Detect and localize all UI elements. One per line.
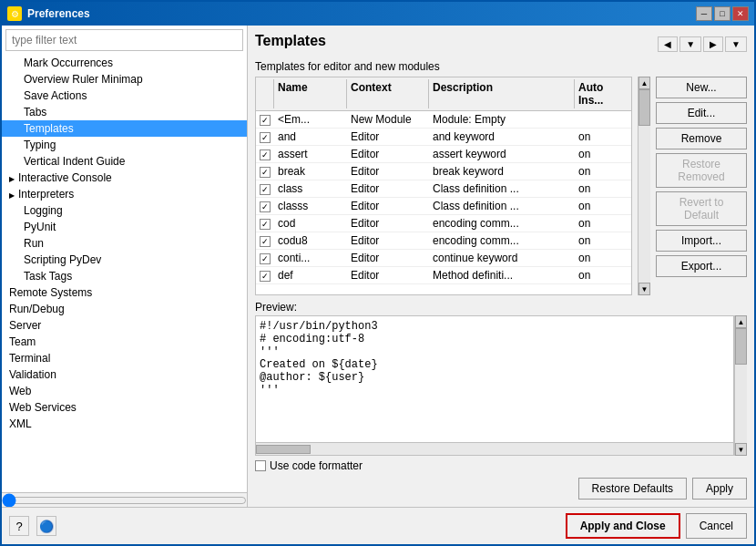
table-row[interactable]: conti... Editor continue keyword on: [256, 250, 631, 267]
table-row[interactable]: classs Editor Class definition ... on: [256, 198, 631, 215]
use-code-formatter-label: Use code formatter: [270, 459, 363, 472]
tree-item-logging[interactable]: Logging: [2, 202, 247, 219]
minimize-button[interactable]: ─: [696, 6, 712, 21]
nav-forward-button[interactable]: ▶: [703, 36, 723, 52]
edit-button[interactable]: Edit...: [656, 102, 747, 124]
scroll-track[interactable]: [639, 89, 650, 283]
tree-item-scripting-pydev[interactable]: Scripting PyDev: [2, 252, 247, 268]
apply-button[interactable]: Apply: [692, 478, 747, 500]
row-checkbox[interactable]: [260, 201, 271, 212]
close-button[interactable]: ✕: [732, 6, 749, 21]
tree-item-run-debug[interactable]: Run/Debug: [2, 301, 247, 317]
remove-button[interactable]: Remove: [656, 128, 747, 149]
tree-item-validation[interactable]: Validation: [2, 366, 247, 383]
row-checkbox[interactable]: [260, 219, 271, 230]
cancel-button[interactable]: Cancel: [686, 513, 747, 539]
apply-and-close-button[interactable]: Apply and Close: [566, 513, 680, 539]
col-header-description[interactable]: Description: [429, 79, 575, 108]
preview-label: Preview:: [255, 301, 747, 314]
table-vertical-scrollbar[interactable]: ▲ ▼: [638, 77, 650, 295]
info-button[interactable]: 🔵: [36, 516, 56, 536]
preview-content: #!/usr/bin/python3 # encoding:utf-8 ''' …: [256, 316, 733, 442]
nav-dropdown-button[interactable]: ▼: [679, 36, 701, 52]
table-row[interactable]: class Editor Class definition ... on: [256, 180, 631, 198]
nav-back-button[interactable]: ◀: [658, 36, 678, 52]
col-header-name[interactable]: Name: [274, 79, 347, 108]
row-checkbox[interactable]: [260, 167, 271, 178]
preview-horizontal-scrollbar[interactable]: [256, 442, 733, 455]
table-body[interactable]: <Em... New Module Module: Empty and Edit…: [256, 111, 631, 294]
preview-scroll-thumb-v[interactable]: [735, 328, 747, 365]
restore-defaults-button[interactable]: Restore Defaults: [578, 478, 687, 500]
preview-scroll-up[interactable]: ▲: [735, 315, 747, 328]
table-row[interactable]: break Editor break keyword on: [256, 163, 631, 180]
table-row[interactable]: assert Editor assert keyword on: [256, 146, 631, 163]
help-button[interactable]: ?: [9, 516, 29, 536]
content-area: Mark Occurrences Overview Ruler Minimap …: [2, 26, 754, 507]
tree-scroll[interactable]: Mark Occurrences Overview Ruler Minimap …: [2, 55, 247, 492]
footer-right: Apply and Close Cancel: [566, 513, 747, 539]
col-header-check: [256, 79, 274, 108]
nav-forward-dropdown-button[interactable]: ▼: [725, 36, 747, 52]
scroll-thumb[interactable]: [639, 89, 650, 126]
tree-item-templates[interactable]: Templates: [2, 120, 247, 137]
tree-item-tabs[interactable]: Tabs: [2, 104, 247, 120]
preview-scroll-track[interactable]: [735, 328, 747, 443]
tree-item-interpreters[interactable]: Interpreters: [2, 186, 247, 202]
tree-item-run[interactable]: Run: [2, 235, 247, 252]
tree-item-save-actions[interactable]: Save Actions: [2, 88, 247, 104]
tree-horizontal-scroll[interactable]: [2, 495, 247, 506]
col-header-context[interactable]: Context: [347, 79, 429, 108]
preview-scroll-thumb[interactable]: [256, 445, 311, 454]
tree-container: Mark Occurrences Overview Ruler Minimap …: [2, 55, 247, 507]
scroll-up-button[interactable]: ▲: [639, 77, 650, 89]
table-row[interactable]: cod Editor encoding comm... on: [256, 215, 631, 232]
footer: ? 🔵 Apply and Close Cancel: [2, 507, 754, 544]
tree-item-overview-ruler[interactable]: Overview Ruler Minimap: [2, 71, 247, 88]
row-checkbox[interactable]: [260, 253, 271, 264]
export-button[interactable]: Export...: [656, 255, 747, 277]
filter-input[interactable]: [5, 29, 243, 51]
tree-item-pyunit[interactable]: PyUnit: [2, 219, 247, 235]
left-horizontal-scrollbar[interactable]: [2, 492, 247, 507]
tree-item-typing[interactable]: Typing: [2, 137, 247, 153]
tree-item-web[interactable]: Web: [2, 383, 247, 399]
table-row[interactable]: <Em... New Module Module: Empty: [256, 111, 631, 129]
tree-item-team[interactable]: Team: [2, 334, 247, 350]
row-checkbox[interactable]: [260, 236, 271, 247]
col-header-auto[interactable]: Auto Ins...: [575, 79, 629, 108]
tree-item-web-services[interactable]: Web Services: [2, 399, 247, 416]
row-checkbox[interactable]: [260, 184, 271, 195]
tree-item-interactive-console[interactable]: Interactive Console: [2, 170, 247, 186]
revert-to-default-button[interactable]: Revert to Default: [656, 191, 747, 226]
templates-container: Name Context Description Auto Ins... <Em…: [255, 77, 747, 295]
table-row[interactable]: def Editor Method definiti... on: [256, 267, 631, 284]
maximize-button[interactable]: □: [714, 6, 730, 21]
template-action-buttons: New... Edit... Remove Restore Removed Re…: [656, 77, 747, 295]
row-checkbox[interactable]: [260, 271, 271, 282]
tree-item-xml[interactable]: XML: [2, 416, 247, 432]
row-checkbox[interactable]: [260, 149, 271, 160]
title-bar: ⚙ Preferences ─ □ ✕: [2, 2, 754, 26]
table-row[interactable]: and Editor and keyword on: [256, 129, 631, 146]
import-button[interactable]: Import...: [656, 230, 747, 252]
tree-item-remote-systems[interactable]: Remote Systems: [2, 284, 247, 301]
preferences-window: ⚙ Preferences ─ □ ✕ Mark Occurrences Ove…: [0, 0, 756, 546]
table-row[interactable]: codu8 Editor encoding comm... on: [256, 232, 631, 250]
tree-item-mark-occurrences[interactable]: Mark Occurrences: [2, 55, 247, 71]
tree-item-server[interactable]: Server: [2, 317, 247, 334]
use-code-formatter-checkbox[interactable]: [255, 460, 266, 471]
preview-scroll-down[interactable]: ▼: [735, 443, 747, 456]
preview-vertical-scrollbar[interactable]: ▲ ▼: [734, 315, 747, 456]
tree-item-terminal[interactable]: Terminal: [2, 350, 247, 366]
row-checkbox[interactable]: [260, 115, 271, 126]
row-checkbox[interactable]: [260, 132, 271, 143]
new-button[interactable]: New...: [656, 77, 747, 98]
tree-item-task-tags[interactable]: Task Tags: [2, 268, 247, 284]
footer-left: ? 🔵: [9, 516, 56, 536]
nav-arrows: ◀ ▼ ▶ ▼: [658, 36, 747, 52]
scroll-down-button[interactable]: ▼: [639, 283, 650, 295]
tree-item-vertical-indent[interactable]: Vertical Indent Guide: [2, 153, 247, 170]
restore-removed-button[interactable]: Restore Removed: [656, 153, 747, 188]
panel-subtitle: Templates for editor and new modules: [255, 60, 747, 73]
